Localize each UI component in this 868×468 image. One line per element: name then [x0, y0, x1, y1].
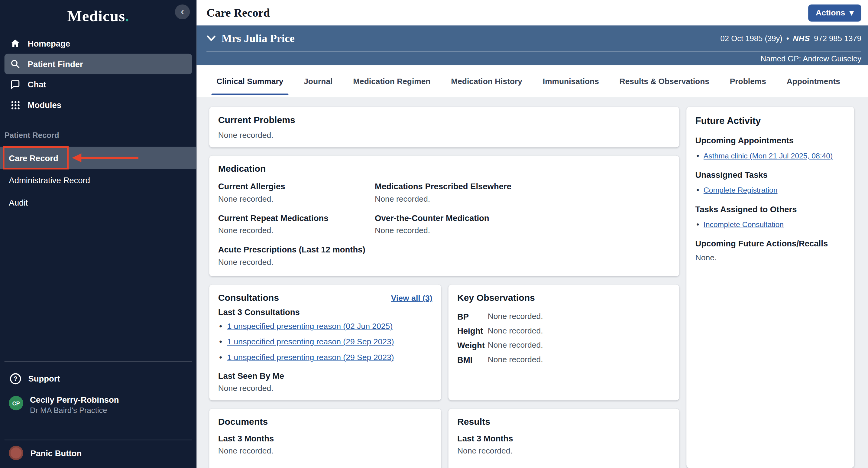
section-value: None recorded.	[375, 226, 670, 235]
future-activity-group: Upcoming Appointments Asthma clinic (Mon…	[695, 136, 845, 162]
patient-dob: 02 Oct 1985 (39y)	[720, 34, 782, 42]
sidebar-nav: Homepage Patient Finder Chat Modules	[0, 32, 196, 115]
actions-label: Actions	[816, 8, 845, 17]
list-item: 1 unspecified presenting reason (29 Sep …	[219, 351, 432, 363]
sidebar-item-label: Care Record	[9, 153, 58, 162]
observation-label: BMI	[457, 355, 488, 364]
consultation-list: 1 unspecified presenting reason (02 Jun …	[218, 320, 433, 363]
future-activity-card: Future Activity Upcoming Appointments As…	[686, 107, 854, 468]
tab-journal[interactable]: Journal	[303, 65, 333, 97]
patient-banner: Mrs Julia Price 02 Oct 1985 (39y) • NHS …	[196, 25, 868, 65]
sidebar-item-patient-finder[interactable]: Patient Finder	[4, 54, 192, 75]
nhs-number: 972 985 1379	[814, 34, 861, 42]
tab-immunisations[interactable]: Immunisations	[542, 65, 600, 97]
search-icon	[10, 59, 21, 69]
medication-section: Over-the-Counter Medication None recorde…	[375, 213, 670, 235]
panic-button[interactable]: Panic Button	[0, 440, 196, 460]
tab-results-observations[interactable]: Results & Observations	[619, 65, 710, 97]
separator-dot: •	[786, 34, 789, 42]
observation-value: None recorded.	[488, 326, 670, 335]
tab-medication-history[interactable]: Medication History	[450, 65, 523, 97]
sidebar-logo-row: Medicus. ‹	[0, 0, 196, 32]
observation-value: None recorded.	[488, 312, 670, 321]
home-icon	[10, 38, 21, 49]
empty-value: None recorded.	[218, 130, 670, 139]
tab-appointments[interactable]: Appointments	[786, 65, 841, 97]
list-item: Incomplete Consultation	[696, 218, 845, 230]
app-window: Medicus. ‹ Homepage Patient Finder Ch	[0, 0, 868, 468]
content-left-column: Current Problems None recorded. Medicati…	[209, 107, 679, 468]
support-button[interactable]: ? Support	[0, 368, 196, 389]
user-name: Cecily Perry-Robinson	[30, 394, 119, 405]
section-label: Last Seen By Me	[218, 371, 433, 380]
sidebar: Medicus. ‹ Homepage Patient Finder Ch	[0, 0, 196, 468]
card-title: Key Observations	[457, 292, 670, 303]
current-user[interactable]: CP Cecily Perry-Robinson Dr MA Baird's P…	[0, 389, 196, 416]
medication-grid: Current Allergies None recorded. Medicat…	[218, 182, 670, 269]
page-header: Care Record Actions ▾	[196, 0, 868, 25]
patient-record-nav: Care Record Administrative Record Audit	[0, 147, 196, 213]
section-label: Last 3 Consultations	[218, 308, 433, 317]
observation-value: None recorded.	[488, 355, 670, 364]
sidebar-item-modules[interactable]: Modules	[4, 95, 192, 115]
consultation-link[interactable]: 1 unspecified presenting reason (02 Jun …	[227, 320, 393, 332]
patient-record-section-label: Patient Record	[4, 130, 188, 139]
sidebar-item-administrative-record[interactable]: Administrative Record	[0, 169, 196, 191]
group-label: Upcoming Future Actions/Recalls	[695, 238, 845, 248]
tab-medication-regimen[interactable]: Medication Regimen	[352, 65, 431, 97]
patient-name-toggle[interactable]: Mrs Julia Price	[207, 32, 295, 45]
section-label: Over-the-Counter Medication	[375, 213, 670, 223]
named-gp-row: Named GP: Andrew Guiseley	[196, 51, 868, 65]
sidebar-collapse-button[interactable]: ‹	[175, 4, 190, 19]
group-label: Upcoming Appointments	[695, 136, 845, 145]
section-value: None recorded.	[375, 195, 670, 203]
tab-clinical-summary[interactable]: Clinical Summary	[216, 65, 284, 97]
patient-name: Mrs Julia Price	[221, 32, 295, 45]
sidebar-divider	[4, 361, 192, 362]
sidebar-item-homepage[interactable]: Homepage	[4, 33, 192, 54]
card-title: Current Problems	[218, 115, 670, 125]
chat-icon	[10, 79, 21, 90]
card-row: Documents Last 3 Months None recorded. R…	[209, 409, 679, 468]
medication-section: Current Allergies None recorded.	[218, 182, 375, 203]
medication-section: Medications Prescribed Elsewhere None re…	[375, 182, 670, 203]
task-link[interactable]: Incomplete Consultation	[704, 218, 784, 230]
tab-problems[interactable]: Problems	[729, 65, 767, 97]
sidebar-item-label: Administrative Record	[9, 175, 90, 185]
observation-label: BP	[457, 312, 488, 321]
future-activity-group: Unassigned Tasks Complete Registration	[695, 170, 845, 196]
panic-label: Panic Button	[31, 448, 82, 458]
observation-label: Height	[457, 326, 488, 335]
question-icon: ?	[10, 373, 21, 384]
sidebar-item-label: Chat	[28, 80, 46, 89]
user-info: Cecily Perry-Robinson Dr MA Baird's Prac…	[30, 394, 119, 416]
observation-value: None recorded.	[488, 341, 670, 350]
consultations-card: Consultations View all (3) Last 3 Consul…	[209, 285, 441, 400]
panic-icon	[9, 446, 23, 461]
section-value: None recorded.	[218, 384, 433, 392]
future-activity-group: Upcoming Future Actions/Recalls None.	[695, 238, 845, 262]
task-link[interactable]: Complete Registration	[704, 184, 778, 196]
section-label: Current Repeat Medications	[218, 213, 375, 223]
sidebar-item-care-record[interactable]: Care Record	[0, 147, 196, 169]
actions-button[interactable]: Actions ▾	[808, 4, 861, 22]
consultation-link[interactable]: 1 unspecified presenting reason (29 Sep …	[227, 351, 394, 363]
sidebar-item-audit[interactable]: Audit	[0, 191, 196, 213]
view-all-link[interactable]: View all (3)	[391, 294, 433, 302]
empty-value: None recorded.	[218, 446, 433, 455]
empty-value: None recorded.	[457, 446, 670, 455]
medication-section: Acute Prescriptions (Last 12 months) Non…	[218, 245, 670, 266]
results-card: Results Last 3 Months None recorded.	[448, 409, 679, 468]
content-right-column: Future Activity Upcoming Appointments As…	[686, 107, 854, 468]
card-row: Consultations View all (3) Last 3 Consul…	[209, 285, 679, 400]
section-value: None recorded.	[218, 258, 670, 266]
page-title: Care Record	[207, 6, 270, 20]
current-problems-card: Current Problems None recorded.	[209, 107, 679, 148]
card-title: Medication	[218, 163, 670, 174]
sidebar-item-chat[interactable]: Chat	[4, 74, 192, 95]
documents-card: Documents Last 3 Months None recorded.	[209, 409, 441, 468]
named-gp: Named GP: Andrew Guiseley	[761, 54, 861, 63]
consultation-link[interactable]: 1 unspecified presenting reason (29 Sep …	[227, 335, 394, 348]
appointment-link[interactable]: Asthma clinic (Mon 21 Jul 2025, 08:40)	[704, 150, 833, 162]
card-title: Consultations	[218, 292, 279, 303]
